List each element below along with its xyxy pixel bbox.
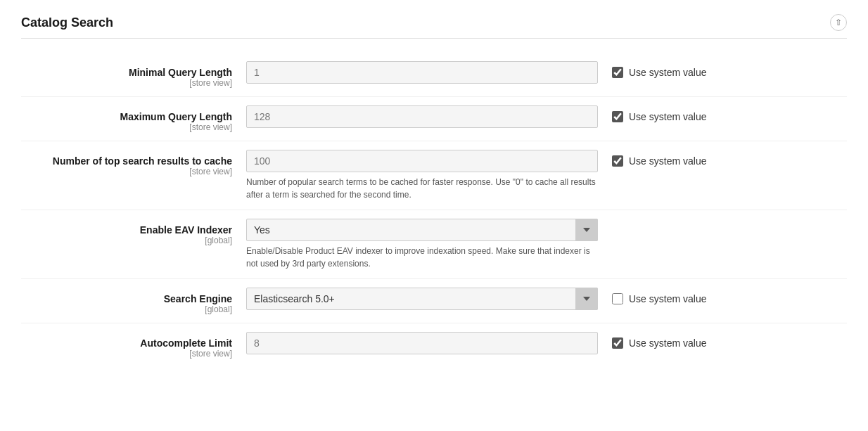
select-wrapper: YesNo [246,219,598,241]
system-value-col: Use system value [598,61,739,78]
system-value-col: Use system value [598,288,739,304]
field-label: Autocomplete Limit [21,337,232,349]
label-col: Number of top search results to cache[st… [21,150,246,176]
label-col: Minimal Query Length[store view] [21,61,246,88]
checkbox-system-value-minimal_query_length[interactable] [612,67,623,78]
system-value-col [598,219,739,224]
field-scope: [store view] [21,78,232,88]
fields-container: Minimal Query Length[store view]Use syst… [21,53,847,367]
system-value-label: Use system value [629,155,706,167]
page-title: Catalog Search [21,15,113,30]
field-scope: [store view] [21,122,232,132]
hint-text: Enable/Disable Product EAV indexer to im… [246,245,598,270]
select-search_engine[interactable]: Elasticsearch 5.0+MySQL [246,288,598,310]
label-col: Enable EAV Indexer[global] [21,219,246,245]
page-container: Catalog Search ⇧ Minimal Query Length[st… [0,0,868,381]
form-row: Minimal Query Length[store view]Use syst… [21,53,847,97]
field-label: Search Engine [21,293,232,304]
label-col: Maximum Query Length[store view] [21,105,246,132]
system-value-label: Use system value [629,111,706,122]
hint-text: Number of popular search terms to be cac… [246,176,598,201]
system-value-label: Use system value [629,67,706,78]
form-row: Enable EAV Indexer[global]YesNoEnable/Di… [21,210,847,279]
section-header: Catalog Search ⇧ [21,14,847,39]
system-value-col: Use system value [598,150,739,167]
field-scope: [store view] [21,349,232,359]
collapse-button[interactable]: ⇧ [830,14,847,31]
label-col: Search Engine[global] [21,288,246,314]
label-col: Autocomplete Limit[store view] [21,332,246,359]
form-row: Number of top search results to cache[st… [21,141,847,210]
input-autocomplete_limit [246,332,598,354]
field-label: Enable EAV Indexer [21,224,232,236]
field-label: Maximum Query Length [21,111,232,122]
select-wrapper: Elasticsearch 5.0+MySQL [246,288,598,310]
select-enable_eav_indexer[interactable]: YesNo [246,219,598,241]
field-scope: [global] [21,304,232,314]
checkbox-system-value-maximum_query_length[interactable] [612,111,623,122]
field-label: Number of top search results to cache [21,155,232,167]
system-value-col: Use system value [598,332,739,349]
field-scope: [store view] [21,167,232,176]
field-label: Minimal Query Length [21,67,232,78]
input-top_search_results_cache [246,150,598,172]
input-col [246,105,598,128]
form-row: Autocomplete Limit[store view]Use system… [21,323,847,367]
input-col [246,332,598,354]
input-col: YesNoEnable/Disable Product EAV indexer … [246,219,598,270]
input-col: Number of popular search terms to be cac… [246,150,598,201]
checkbox-system-value-autocomplete_limit[interactable] [612,337,623,349]
form-row: Search Engine[global]Elasticsearch 5.0+M… [21,279,847,323]
system-value-label: Use system value [629,293,706,304]
field-scope: [global] [21,236,232,245]
checkbox-system-value-search_engine[interactable] [612,293,623,304]
checkbox-system-value-top_search_results_cache[interactable] [612,155,623,167]
system-value-label: Use system value [629,337,706,349]
input-minimal_query_length [246,61,598,84]
input-col [246,61,598,84]
system-value-col: Use system value [598,105,739,122]
form-row: Maximum Query Length[store view]Use syst… [21,97,847,141]
input-maximum_query_length [246,105,598,128]
input-col: Elasticsearch 5.0+MySQL [246,288,598,310]
